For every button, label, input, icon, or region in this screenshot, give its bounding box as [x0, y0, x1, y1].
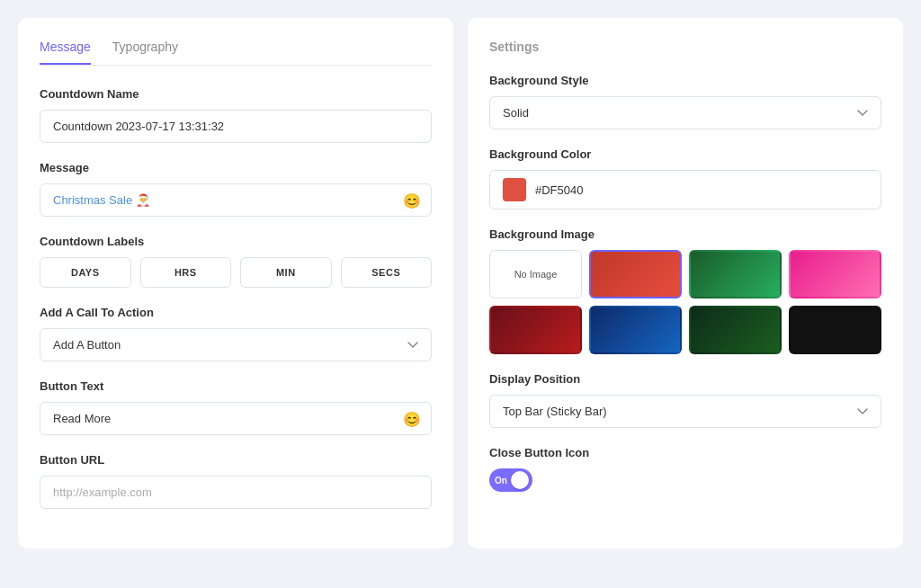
background-color-label: Background Color	[489, 147, 881, 161]
image-option-no-image[interactable]: No Image	[489, 250, 582, 298]
color-hex-value: #DF5040	[535, 183, 583, 197]
image-option-blue[interactable]	[589, 306, 682, 354]
toggle-on-label: On	[495, 476, 511, 486]
tab-message[interactable]: Message	[40, 40, 91, 65]
right-panel: Settings Background Style Solid Backgrou…	[468, 18, 903, 548]
tab-typography[interactable]: Typography	[112, 40, 178, 65]
close-button-label: Close Button Icon	[489, 446, 881, 459]
label-min: MIN	[240, 257, 332, 288]
image-option-darkred[interactable]	[489, 306, 582, 354]
call-to-action-section: Add A Call To Action Add A Button	[40, 306, 432, 361]
message-input-wrapper: 😊	[40, 183, 432, 217]
countdown-name-input[interactable]	[40, 110, 432, 143]
button-text-emoji-icon[interactable]: 😊	[403, 410, 421, 427]
call-to-action-label: Add A Call To Action	[40, 306, 432, 319]
image-option-green[interactable]	[689, 250, 782, 298]
display-position-section: Display Position Top Bar (Sticky Bar)	[489, 372, 881, 428]
left-panel: Message Typography Countdown Name Messag…	[18, 18, 453, 548]
countdown-labels-label: Countdown Labels	[40, 235, 432, 248]
color-swatch	[503, 178, 526, 201]
message-input[interactable]	[40, 183, 432, 217]
image-option-pink[interactable]	[789, 250, 881, 298]
button-text-label: Button Text	[40, 379, 432, 393]
button-url-label: Button URL	[40, 453, 432, 467]
background-style-select[interactable]: Solid	[489, 96, 881, 129]
button-text-input[interactable]	[40, 402, 432, 435]
countdown-name-label: Countdown Name	[40, 87, 432, 101]
call-to-action-select[interactable]: Add A Button	[40, 328, 432, 361]
settings-title: Settings	[489, 40, 881, 54]
button-url-section: Button URL	[40, 453, 432, 509]
message-label: Message	[40, 161, 432, 174]
tabs: Message Typography	[40, 40, 432, 66]
image-grid: No Image	[489, 250, 881, 354]
toggle-row: On	[489, 468, 881, 492]
no-image-label: No Image	[514, 269, 558, 280]
image-option-black[interactable]	[789, 306, 881, 354]
toggle-thumb	[511, 471, 529, 489]
button-text-input-wrapper: 😊	[40, 402, 432, 435]
button-url-input[interactable]	[40, 476, 432, 509]
color-input-row[interactable]: #DF5040	[489, 170, 881, 209]
background-style-label: Background Style	[489, 74, 881, 87]
label-hrs: HRS	[140, 257, 232, 288]
display-position-select[interactable]: Top Bar (Sticky Bar)	[489, 395, 881, 428]
close-button-toggle[interactable]: On	[489, 468, 532, 492]
message-section: Message 😊	[40, 161, 432, 217]
image-option-darkgreen[interactable]	[689, 306, 782, 354]
message-emoji-icon[interactable]: 😊	[403, 192, 421, 209]
background-image-section: Background Image No Image	[489, 227, 881, 354]
countdown-name-section: Countdown Name	[40, 87, 432, 143]
countdown-labels-row: DAYS HRS MIN SECS	[40, 257, 432, 288]
display-position-label: Display Position	[489, 372, 881, 386]
label-secs: SECS	[341, 257, 433, 288]
background-image-label: Background Image	[489, 227, 881, 241]
label-days: DAYS	[40, 257, 131, 288]
background-color-section: Background Color #DF5040	[489, 147, 881, 209]
countdown-labels-section: Countdown Labels DAYS HRS MIN SECS	[40, 235, 432, 288]
background-style-section: Background Style Solid	[489, 74, 881, 129]
button-text-section: Button Text 😊	[40, 379, 432, 435]
image-option-red[interactable]	[589, 250, 682, 298]
close-button-section: Close Button Icon On	[489, 446, 881, 492]
